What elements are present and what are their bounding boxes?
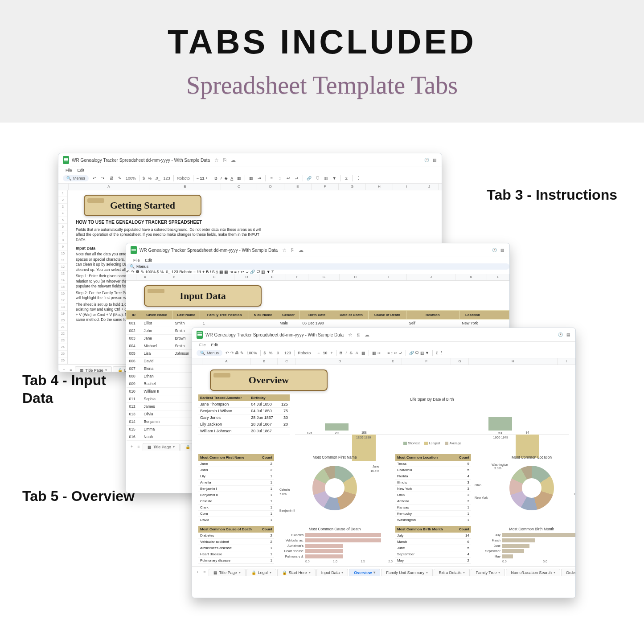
titlebar: WR Genealogy Tracker Spreadsheet dd-mm-y… [126, 243, 509, 257]
print-icon[interactable]: 🖶 [109, 176, 114, 181]
halign-icon[interactable]: ≡ [269, 176, 274, 181]
instructions-intro: Fields that are automatically populated … [76, 227, 263, 242]
tab-menu[interactable]: ≡ [68, 368, 74, 372]
menu-edit[interactable]: Edit [211, 343, 218, 347]
history-icon[interactable]: 🕑 [492, 247, 497, 253]
comments-icon[interactable]: ▤ [500, 247, 505, 253]
tab-title-page[interactable]: ▦Title Page▾ [75, 366, 112, 373]
tab-family-tree[interactable]: Family Tree▾ [471, 569, 505, 576]
tab-menu[interactable]: ≡ [201, 570, 207, 574]
strike-button[interactable]: S [225, 176, 227, 180]
tab-start-here[interactable]: 🔒Start Here▾ [277, 569, 316, 576]
undo-icon[interactable]: ↶ [92, 176, 97, 181]
tab-title-page[interactable]: ▦Title Page▾ [143, 443, 180, 451]
instructions-heading: HOW TO USE THE GENEALOGY TRACKER SPREADS… [76, 220, 263, 225]
menu-edit[interactable]: Edit [145, 258, 152, 263]
redo-icon[interactable]: ↷ [100, 176, 106, 181]
cod-hbar-chart: Most Common Cause of Death DiabetesVehic… [277, 526, 393, 564]
textcolor-button[interactable]: A [230, 176, 233, 180]
toolbar[interactable]: 🔍 Menus ↶ ↷ 🖶 ✎ 100% $ % .0_ 123 Roboto … [192, 348, 575, 358]
star-icon[interactable]: ☆ [282, 247, 287, 253]
tab-family-unit[interactable]: Family Unit Summary▾ [381, 569, 433, 576]
move-icon[interactable]: ⎘ [223, 157, 226, 163]
menubar[interactable]: File Edit [126, 257, 509, 263]
tab-input-data[interactable]: Input Data▾ [316, 569, 349, 576]
fill-icon[interactable]: ▦ [236, 176, 242, 181]
font-size[interactable]: 11 [200, 176, 204, 180]
more-icon[interactable]: ⋮ [356, 176, 361, 181]
wrap-icon[interactable]: ↩ [286, 176, 291, 181]
comment-icon[interactable]: 🗨 [315, 176, 320, 181]
doc-title: WR Genealogy Tracker Spreadsheet dd-mm-y… [72, 158, 210, 163]
decimal[interactable]: .0_ [155, 176, 160, 180]
font-select[interactable]: Roboto [177, 176, 190, 180]
sheet-tabs[interactable]: + ≡ ▦Title Page▾ 🔒Legal▾ 🔒Start Here▾ In… [192, 566, 575, 578]
titlebar: WR Genealogy Tracker Spreadsheet dd-mm-y… [58, 153, 442, 167]
tab-add[interactable]: + [129, 444, 135, 449]
menubar[interactable]: File Edit [58, 167, 442, 173]
sheets-icon [197, 331, 203, 339]
italic-button[interactable]: I [221, 176, 222, 180]
anno-tab3: Tab 3 - Instructions [487, 187, 617, 203]
zoom[interactable]: 100% [126, 176, 136, 180]
tab-order-date[interactable]: Order by Date▾ [561, 569, 575, 576]
cloud-icon[interactable]: ☁ [299, 247, 304, 253]
rotate-icon[interactable]: ⤾ [294, 176, 299, 181]
tab-name-location[interactable]: Name/Location Search▾ [506, 569, 560, 576]
table-row[interactable]: 001ElliotSmith1Male06 Dec 1990SelfNew Yo… [127, 320, 509, 327]
column-headers: A B C D E F G H I [192, 358, 575, 365]
menus-pill[interactable]: 🔍 Menus [126, 263, 509, 270]
comments-icon[interactable]: ▤ [566, 332, 571, 337]
tab-extra-details[interactable]: Extra Details▾ [434, 569, 470, 576]
cloud-icon[interactable]: ☁ [231, 157, 236, 163]
borders-icon[interactable]: ▦ [248, 176, 254, 181]
tab-overview[interactable]: Overview▾ [349, 569, 380, 576]
ribbon-input-data: Input Data [144, 285, 262, 307]
link-icon[interactable]: 🔗 [306, 176, 312, 181]
birth-month-table: Most Common Birth MonthCount July14March… [395, 526, 471, 564]
tab-add[interactable]: + [195, 570, 201, 574]
lifespan-chart: Life Span By Date of Birth 125 29 108 53… [293, 394, 571, 451]
valign-icon[interactable]: ↕ [277, 176, 283, 181]
currency[interactable]: $ [143, 176, 145, 180]
menu-file[interactable]: File [199, 343, 206, 347]
star-icon[interactable]: ☆ [214, 157, 219, 163]
comments-icon[interactable]: ▤ [432, 157, 437, 163]
banner-title: TABS INCLUDED [0, 22, 644, 61]
move-icon[interactable]: ⎘ [291, 247, 294, 253]
star-icon[interactable]: ☆ [348, 332, 353, 338]
tab-add[interactable]: + [61, 368, 67, 372]
column-headers: A B C D E F G H I J K L [126, 274, 509, 281]
num-format[interactable]: 123 [164, 176, 170, 180]
location-donut: Most Common Location Washington 3.3% Tex… [474, 454, 576, 523]
tab-menu[interactable]: ≡ [135, 444, 141, 449]
toolbar[interactable]: 🔍 Menus ↶ ↷ 🖶 ✎ 100% $ % .0_ 123 Roboto … [126, 263, 509, 274]
bold-button[interactable]: B [214, 176, 217, 180]
sheets-icon [63, 156, 69, 164]
cloud-icon[interactable]: ☁ [365, 332, 369, 338]
menu-edit[interactable]: Edit [78, 168, 85, 172]
percent[interactable]: % [148, 176, 152, 180]
anno-tab5: Tab 5 - Overview [22, 488, 135, 505]
move-icon[interactable]: ⎘ [357, 332, 360, 337]
tab-title-page[interactable]: ▦Title Page▾ [209, 569, 246, 576]
first-name-table: Most Common First NameCount Jane2John2Li… [198, 454, 274, 523]
history-icon[interactable]: 🕑 [424, 157, 429, 163]
history-icon[interactable]: 🕑 [558, 332, 563, 337]
menus-pill[interactable]: 🔍 Menus [197, 350, 222, 356]
menus-pill[interactable]: 🔍 Menus [63, 175, 89, 181]
chart-icon[interactable]: ▥ [323, 176, 328, 181]
filter-icon[interactable]: ▼ [332, 176, 337, 181]
toolbar[interactable]: 🔍 Menus ↶ ↷ 🖶 ✎ 100% $ % .0_ 123 Roboto … [58, 173, 442, 184]
menubar[interactable]: File Edit [192, 342, 575, 348]
doc-title: WR Genealogy Tracker Spreadsheet dd-mm-y… [139, 248, 278, 253]
sigma-icon[interactable]: Σ [344, 176, 349, 181]
menu-file[interactable]: File [133, 258, 140, 263]
menu-file[interactable]: File [66, 168, 72, 172]
merge-icon[interactable]: ⇥ [257, 176, 262, 181]
tab-legal[interactable]: 🔒Legal▾ [246, 569, 276, 576]
paint-icon[interactable]: ✎ [117, 176, 123, 181]
cod-table: Most Common Cause of DeathCount Diabetes… [198, 526, 274, 564]
workspace: Tab 3 - Instructions Tab 4 - Input Data … [0, 123, 644, 644]
earliest-ancestor-table: Earliest Traced Ancestor Birthday Jane T… [198, 394, 290, 451]
